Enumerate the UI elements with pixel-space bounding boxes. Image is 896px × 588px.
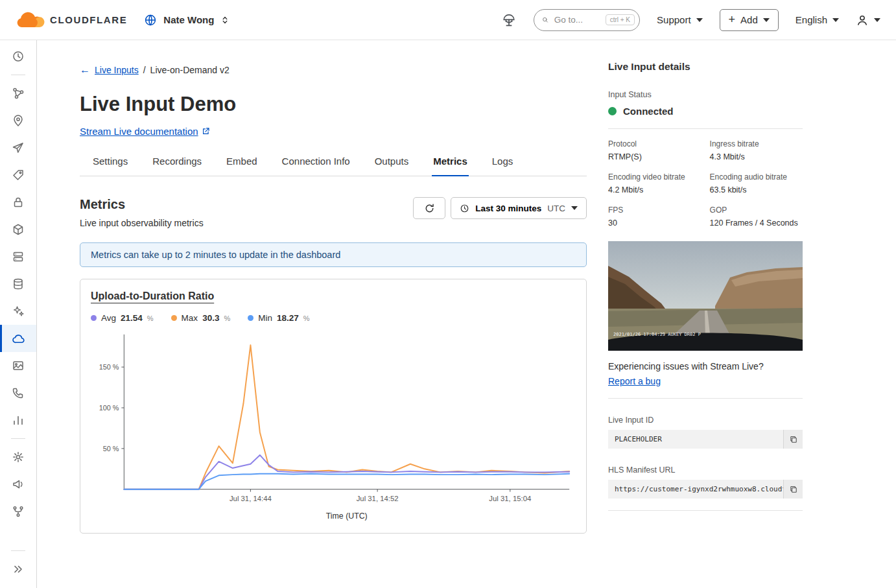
external-link-icon	[202, 127, 210, 135]
expand-icon[interactable]	[0, 556, 36, 583]
up-down-chevrons-icon	[220, 15, 230, 25]
legend-avg-value: 21.54	[121, 313, 143, 323]
tree-icon[interactable]	[501, 12, 517, 28]
stream-cloud-icon[interactable]	[0, 325, 36, 352]
field-value: 120 Frames / 4 Seconds	[710, 218, 803, 228]
info-banner: Metrics can take up to 2 minutes to upda…	[80, 242, 587, 267]
svg-text:Jul 31, 14:52: Jul 31, 14:52	[357, 495, 399, 502]
tab-bar: Settings Recordings Embed Connection Inf…	[80, 156, 587, 176]
panel-divider	[608, 398, 803, 399]
details-heading: Live Input details	[608, 61, 803, 73]
refresh-button[interactable]	[413, 197, 445, 219]
database-icon[interactable]	[0, 270, 36, 298]
panel-divider	[608, 128, 803, 129]
field-value: RTMP(S)	[608, 152, 706, 161]
tab-settings[interactable]: Settings	[91, 156, 129, 176]
svg-text:150 %: 150 %	[99, 363, 119, 371]
calls-icon[interactable]	[0, 379, 36, 406]
megaphone-icon[interactable]	[0, 471, 36, 498]
globe-icon	[144, 14, 157, 27]
field-label: Protocol	[608, 139, 706, 148]
search-input[interactable]	[553, 14, 601, 25]
location-pin-icon[interactable]	[0, 107, 36, 134]
svg-text:Jul 31, 14:44: Jul 31, 14:44	[230, 495, 272, 502]
sidebar-divider	[11, 550, 25, 551]
cloudflare-logo[interactable]: CLOUDFLARE	[16, 12, 127, 29]
tab-logs[interactable]: Logs	[491, 156, 515, 176]
hls-manifest-label: HLS Manifest URL	[608, 465, 803, 475]
copy-hls-manifest-button[interactable]	[783, 480, 803, 499]
live-input-id-label: Live Input ID	[608, 416, 803, 425]
hls-manifest-value: https://customer-igynxd2rwhmuoxw8.cloudf	[608, 480, 783, 499]
logo-wordmark: CLOUDFLARE	[50, 14, 127, 25]
sidebar-bottom	[0, 546, 36, 588]
live-input-details-panel: Live Input details Input Status Connecte…	[608, 40, 803, 511]
chart-legend: Avg 21.54 % Max 30.3 % Min 18.27 %	[91, 313, 576, 323]
language-label: English	[796, 14, 827, 25]
language-menu[interactable]: English	[796, 14, 839, 25]
legend-max-value: 30.3	[202, 313, 219, 323]
account-switcher[interactable]: Nate Wong	[144, 14, 230, 27]
field-ingress-bitrate: Ingress bitrate 4.3 Mbit/s	[710, 139, 803, 161]
video-timestamp-overlay: 2021/01/26 17:04:29 AUKEY DR02 P	[613, 332, 701, 337]
legend-min-label: Min	[258, 313, 272, 323]
status-connected-dot	[608, 107, 617, 115]
package-icon[interactable]	[0, 216, 36, 243]
plus-icon: +	[729, 14, 736, 25]
gear-icon[interactable]	[0, 443, 36, 471]
main-content: ← Live Inputs / Live-on-Demand v2 Live I…	[80, 40, 587, 534]
account-name: Nate Wong	[163, 14, 214, 25]
copy-live-input-id-button[interactable]	[783, 430, 803, 449]
upload-duration-line-chart: 50 %100 %150 %Jul 31, 14:44Jul 31, 14:52…	[91, 329, 577, 524]
caret-down-icon	[832, 18, 839, 22]
report-bug-link[interactable]: Report a bug	[608, 376, 661, 386]
hls-manifest-row: https://customer-igynxd2rwhmuoxw8.cloudf	[608, 480, 803, 499]
field-value: 30	[608, 218, 706, 228]
svg-text:Jul 31, 15:04: Jul 31, 15:04	[489, 495, 531, 502]
sidebar-divider	[11, 75, 25, 75]
images-icon[interactable]	[0, 352, 36, 379]
legend-min-value: 18.27	[277, 313, 299, 323]
tab-connection-info[interactable]: Connection Info	[281, 156, 351, 176]
branch-icon[interactable]	[0, 498, 36, 525]
field-label: FPS	[608, 206, 706, 215]
cloudflare-cloud-icon	[16, 12, 45, 29]
video-preview-frame: 2021/01/26 17:04:29 AUKEY DR02 P	[608, 241, 803, 351]
metrics-header-row: Metrics Live input observability metrics…	[80, 197, 587, 228]
time-range-dropdown[interactable]: Last 30 minutes UTC	[451, 197, 587, 219]
tab-recordings[interactable]: Recordings	[151, 156, 203, 176]
sparkles-icon[interactable]	[0, 298, 36, 325]
network-icon[interactable]	[0, 80, 36, 107]
tab-outputs[interactable]: Outputs	[373, 156, 410, 176]
caret-down-icon	[763, 18, 770, 22]
legend-max-label: Max	[182, 313, 198, 323]
breadcrumb-current: Live-on-Demand v2	[150, 65, 230, 75]
lock-icon[interactable]	[0, 189, 36, 216]
chart-card: Upload-to-Duration Ratio Avg 21.54 % Max…	[80, 279, 587, 534]
support-menu[interactable]: Support	[657, 14, 703, 25]
panel-divider	[608, 510, 803, 511]
time-icon[interactable]	[0, 43, 36, 70]
add-button[interactable]: + Add	[720, 9, 779, 31]
breadcrumb-back-link[interactable]: Live Inputs	[95, 65, 139, 75]
user-menu[interactable]	[856, 14, 880, 27]
analytics-icon[interactable]	[0, 406, 36, 434]
sidebar-divider	[11, 438, 25, 439]
svg-text:100 %: 100 %	[99, 404, 119, 412]
doc-link-label: Stream Live documentation	[80, 126, 198, 137]
tag-icon[interactable]	[0, 161, 36, 189]
user-icon	[856, 14, 869, 27]
documentation-link[interactable]: Stream Live documentation	[80, 126, 210, 137]
global-search[interactable]: ctrl + K	[534, 9, 640, 31]
issues-text: Experiencing issues with Stream Live?	[608, 361, 803, 371]
legend-item-max: Max 30.3 %	[171, 313, 231, 323]
metrics-subheading: Live input observability metrics	[80, 218, 204, 228]
legend-max-dot	[171, 315, 177, 321]
server-icon[interactable]	[0, 243, 36, 270]
tab-embed[interactable]: Embed	[225, 156, 259, 176]
refresh-icon	[424, 203, 435, 214]
tab-metrics[interactable]: Metrics	[432, 156, 469, 176]
time-range-label: Last 30 minutes	[475, 204, 541, 213]
paper-plane-icon[interactable]	[0, 134, 36, 161]
chart-title: Upload-to-Duration Ratio	[91, 290, 214, 302]
